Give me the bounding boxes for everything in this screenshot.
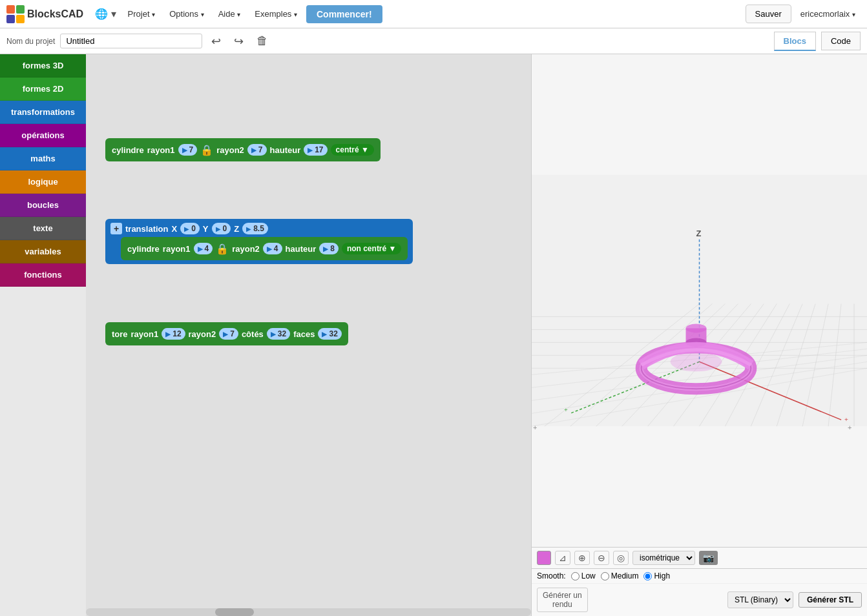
lock-icon-1[interactable]: 🔒 [200, 144, 213, 156]
svg-text:+: + [533, 424, 537, 431]
tri-icon: ▶ [198, 245, 203, 252]
block-type-label: cylindre [112, 145, 144, 155]
rayon1-label: rayon1 [147, 145, 175, 155]
svg-text:+: + [564, 406, 568, 413]
user-menu[interactable]: ericecmorlaix ▾ [795, 6, 861, 21]
aide-menu[interactable]: Aide ▾ [213, 6, 246, 21]
inner-rayon1-input[interactable]: ▶ 4 [194, 243, 213, 254]
tore-cotes-label: côtés [242, 329, 264, 339]
options-menu[interactable]: Options ▾ [164, 6, 209, 21]
collapse-btn[interactable]: + [110, 223, 122, 234]
rayon1-input[interactable]: ▶ 7 [178, 144, 198, 156]
inner-lock-icon[interactable]: 🔒 [216, 243, 229, 255]
z-input[interactable]: ▶ 8.5 [242, 223, 268, 234]
svg-point-33 [671, 352, 722, 371]
smooth-medium-radio[interactable]: Medium [601, 571, 639, 580]
stl-format-select[interactable]: STL (Binary) STL (ASCII) [727, 591, 793, 608]
tore-cotes-input[interactable]: ▶ 32 [267, 328, 290, 340]
projet-menu[interactable]: Projet ▾ [123, 6, 161, 21]
viewer-panel: Z + + [531, 54, 867, 616]
inner-rayon2-input[interactable]: ▶ 4 [263, 243, 282, 254]
hauteur-input[interactable]: ▶ 17 [304, 144, 327, 156]
stl-bar: Générer unrendu STL (Binary) STL (ASCII)… [532, 584, 867, 616]
smooth-low-radio[interactable]: Low [571, 571, 596, 580]
sidebar-item-transformations[interactable]: transformations [0, 101, 86, 124]
block-translation[interactable]: + translation X ▶ 0 Y ▶ 0 Z ▶ 8.5 [105, 219, 413, 264]
sidebar-item-operations[interactable]: opérations [0, 124, 86, 147]
brand-name: BlocksCAD [27, 8, 83, 20]
tore-rayon1-input[interactable]: ▶ 12 [162, 328, 185, 340]
exemples-menu[interactable]: Exemples ▾ [249, 6, 302, 21]
inner-hauteur-label: hauteur [286, 244, 317, 254]
rayon2-label: rayon2 [216, 145, 244, 155]
camera-btn[interactable]: 📷 [699, 551, 718, 565]
center-btn[interactable]: ◎ [613, 551, 629, 565]
tab-blocs[interactable]: Blocs [774, 32, 816, 51]
svg-text:+: + [848, 424, 851, 431]
zoom-out-btn[interactable]: ⊖ [594, 551, 609, 565]
commencer-button[interactable]: Commencer! [306, 5, 382, 23]
tri-icon: ▶ [184, 225, 189, 232]
tri-icon: ▶ [216, 225, 221, 232]
project-name-input[interactable] [60, 34, 202, 48]
smooth-high-radio[interactable]: High [643, 571, 670, 580]
sidebar: formes 3D formes 2D transformations opér… [0, 54, 86, 616]
centred-dropdown[interactable]: centré ▼ [331, 144, 374, 156]
zoom-in-btn[interactable]: ⊕ [574, 551, 590, 565]
h-scrollbar-thumb[interactable] [215, 608, 254, 616]
globe-btn[interactable]: 🌐 ▾ [92, 5, 118, 23]
block-cylindre-inner[interactable]: cylindre rayon1 ▶ 4 🔒 rayon2 ▶ 4 hauteur… [121, 237, 408, 260]
navbar: BlocksCAD 🌐 ▾ Projet ▾ Options ▾ Aide ▾ … [0, 0, 867, 28]
x-label: X [171, 224, 177, 234]
rayon2-input[interactable]: ▶ 7 [247, 144, 267, 156]
tri-icon: ▶ [223, 331, 228, 338]
line-view-btn[interactable]: ⊿ [555, 551, 570, 565]
hauteur-label: hauteur [270, 145, 301, 155]
color-swatch[interactable] [537, 551, 551, 565]
gen-stl-button[interactable]: Générer STL [799, 592, 862, 608]
tri-icon: ▶ [308, 147, 313, 154]
block-cylindre-1[interactable]: cylindre rayon1 ▶ 7 🔒 rayon2 ▶ 7 hauteur… [105, 138, 381, 161]
y-input[interactable]: ▶ 0 [212, 223, 231, 234]
sidebar-item-logique[interactable]: logique [0, 170, 86, 194]
block-tore[interactable]: tore rayon1 ▶ 12 rayon2 ▶ 7 côtés ▶ 32 f… [105, 322, 348, 345]
inner-rayon1-label: rayon1 [163, 244, 191, 254]
trans-type-label: translation [125, 224, 168, 234]
z-label: Z [234, 224, 239, 234]
h-scrollbar[interactable] [86, 608, 531, 616]
inner-hauteur-input[interactable]: ▶ 8 [319, 243, 339, 254]
smooth-low-input[interactable] [571, 572, 580, 580]
view-mode-select[interactable]: isométrique perspective dessus face [632, 551, 695, 565]
sidebar-item-formes2d[interactable]: formes 2D [0, 77, 86, 101]
brand-logo-area: BlocksCAD [6, 5, 83, 23]
smooth-label: Smooth: [537, 571, 566, 580]
y-label: Y [203, 224, 209, 234]
x-input[interactable]: ▶ 0 [180, 223, 200, 234]
undo-button[interactable]: ↩ [207, 33, 225, 50]
sidebar-item-fonctions[interactable]: fonctions [0, 263, 86, 287]
workspace[interactable]: cylindre rayon1 ▶ 7 🔒 rayon2 ▶ 7 hauteur… [86, 54, 531, 616]
tri-icon: ▶ [246, 225, 251, 232]
tore-faces-input[interactable]: ▶ 32 [318, 328, 341, 340]
sauver-button[interactable]: Sauver [746, 5, 791, 23]
sidebar-item-maths[interactable]: maths [0, 147, 86, 170]
render-button[interactable]: Générer unrendu [537, 588, 588, 612]
sidebar-item-variables[interactable]: variables [0, 240, 86, 263]
tore-rayon1-label: rayon1 [131, 329, 159, 339]
redo-button[interactable]: ↪ [230, 33, 247, 50]
sidebar-item-texte[interactable]: texte [0, 217, 86, 240]
sidebar-item-boucles[interactable]: boucles [0, 194, 86, 217]
tab-code[interactable]: Code [821, 32, 861, 50]
delete-button[interactable]: 🗑 [253, 33, 272, 49]
tri-icon: ▶ [251, 147, 256, 154]
sidebar-item-formes3d[interactable]: formes 3D [0, 54, 86, 77]
inner-centred-dropdown[interactable]: non centré ▼ [342, 243, 402, 254]
smooth-medium-input[interactable] [601, 572, 609, 580]
project-label: Nom du projet [6, 37, 55, 46]
tore-rayon2-input[interactable]: ▶ 7 [219, 328, 238, 340]
viewer-toolbar: ⊿ ⊕ ⊖ ◎ isométrique perspective dessus f… [532, 547, 867, 569]
tri-icon: ▶ [322, 331, 327, 338]
smooth-high-input[interactable] [643, 572, 652, 580]
svg-text:+: + [844, 416, 848, 423]
viewer-3d[interactable]: Z + + [532, 54, 867, 547]
